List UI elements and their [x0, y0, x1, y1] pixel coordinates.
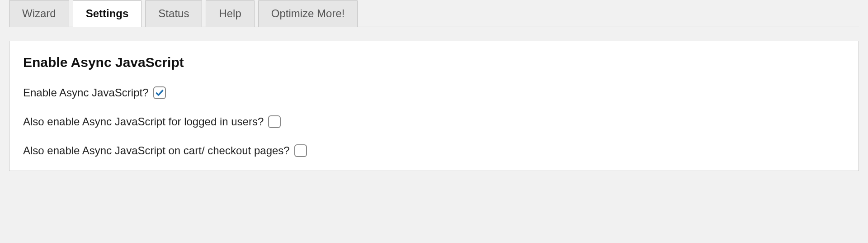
checkbox-cart-checkout[interactable] [294, 144, 307, 157]
check-icon [155, 88, 164, 97]
tab-wizard[interactable]: Wizard [9, 0, 69, 27]
tab-status[interactable]: Status [145, 0, 202, 27]
tab-bar: Wizard Settings Status Help Optimize Mor… [9, 0, 859, 27]
tab-help[interactable]: Help [206, 0, 254, 27]
option-label: Also enable Async JavaScript for logged … [23, 115, 264, 128]
option-row-cart-checkout: Also enable Async JavaScript on cart/ ch… [23, 144, 845, 157]
option-label: Enable Async JavaScript? [23, 86, 149, 99]
option-row-logged-in: Also enable Async JavaScript for logged … [23, 115, 845, 128]
tab-label: Settings [86, 7, 129, 19]
section-title: Enable Async JavaScript [23, 55, 845, 70]
checkbox-enable-async[interactable] [153, 86, 166, 99]
tab-label: Wizard [22, 7, 56, 19]
tab-label: Status [158, 7, 189, 19]
tab-label: Optimize More! [271, 7, 345, 19]
option-label: Also enable Async JavaScript on cart/ ch… [23, 144, 290, 157]
tab-settings[interactable]: Settings [73, 0, 142, 27]
settings-panel: Enable Async JavaScript Enable Async Jav… [9, 41, 859, 171]
tab-label: Help [219, 7, 241, 19]
checkbox-logged-in-users[interactable] [268, 115, 281, 128]
option-row-enable: Enable Async JavaScript? [23, 86, 845, 99]
tab-optimize-more[interactable]: Optimize More! [258, 0, 358, 27]
